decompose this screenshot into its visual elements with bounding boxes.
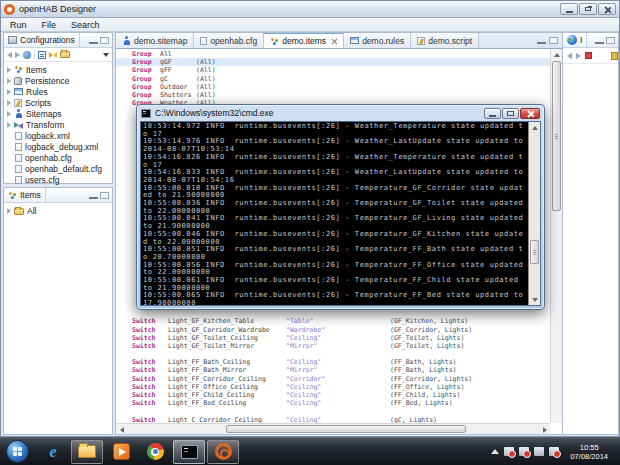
code-line[interactable]: SwitchLight_GF_Toilet_Mirror"Mirror"(GF_…: [116, 342, 562, 350]
minimize-view-icon[interactable]: [537, 41, 546, 44]
scrollbar-thumb[interactable]: [552, 61, 561, 211]
expander-icon[interactable]: [7, 100, 11, 106]
taskbar-item-internet-explorer[interactable]: e: [37, 440, 69, 464]
tree-item-sitemaps[interactable]: Sitemaps: [4, 108, 112, 119]
taskbar-item-chrome[interactable]: [139, 440, 171, 464]
code-line[interactable]: GroupgC(All): [116, 75, 562, 83]
cmd-titlebar[interactable]: C:\Windows\system32\cmd.exe: [137, 105, 544, 121]
close-button[interactable]: [598, 3, 616, 15]
tree-item-items[interactable]: Items: [4, 64, 112, 75]
code-line[interactable]: SwitchLight_GF_Corridor_Wardrobe"Wardrob…: [116, 326, 562, 334]
tree-item-transform[interactable]: Transform: [4, 119, 112, 130]
scrollbar-thumb[interactable]: [226, 425, 466, 433]
code-line[interactable]: SwitchLight_FF_Bed_Ceiling"Ceiling"(FF_B…: [116, 399, 562, 407]
code-line[interactable]: GroupOutdoor(All): [116, 83, 562, 91]
cmd-scrollbar[interactable]: [528, 122, 540, 305]
minimize-view-icon[interactable]: [89, 196, 98, 199]
code-line[interactable]: SwitchLight_GF_Kitchen_Table"Table"(GF_K…: [116, 317, 562, 325]
link-with-editor-icon[interactable]: [49, 51, 57, 59]
minimize-view-icon[interactable]: [595, 41, 604, 44]
tab-demo-sitemap[interactable]: demo.sitemap: [116, 33, 194, 48]
tray-expand-icon[interactable]: [491, 449, 499, 454]
taskbar-item-openhab[interactable]: [207, 440, 239, 464]
stop-icon[interactable]: [585, 52, 592, 59]
code-line[interactable]: [116, 350, 562, 358]
code-line[interactable]: GroupShutters(All): [116, 91, 562, 99]
start-button[interactable]: [6, 440, 29, 463]
code-line[interactable]: SwitchLight_GF_Toilet_Ceiling"Ceiling"(G…: [116, 334, 562, 342]
taskbar-item-media-player[interactable]: [105, 440, 137, 464]
code-line[interactable]: SwitchLight_FF_Office_Ceiling"Ceiling"(F…: [116, 383, 562, 391]
close-tab-icon[interactable]: [331, 38, 337, 44]
volume-muted-icon[interactable]: [549, 447, 559, 456]
code-line[interactable]: [116, 407, 562, 415]
window-titlebar[interactable]: openHAB Designer: [1, 1, 619, 18]
maximize-view-icon[interactable]: [606, 37, 615, 44]
menu-run[interactable]: Run: [10, 20, 27, 30]
tab-demo-items[interactable]: demo.items: [264, 33, 344, 48]
tab-openhab-cfg[interactable]: openhab.cfg: [194, 33, 264, 48]
back-icon[interactable]: [7, 52, 12, 58]
cmd-close-button[interactable]: [520, 108, 540, 119]
cmd-window[interactable]: C:\Windows\system32\cmd.exe 10:53:14.972…: [136, 104, 545, 310]
forward-icon[interactable]: [15, 52, 20, 58]
editor-vertical-scrollbar[interactable]: [550, 49, 562, 423]
code-line[interactable]: SwitchLight_FF_Bath_Mirror"Mirror"(FF_Ba…: [116, 366, 562, 374]
tree-item-logback-xml[interactable]: logback.xml: [4, 130, 112, 141]
network-icon[interactable]: [534, 447, 544, 456]
cmd-maximize-button[interactable]: [502, 108, 519, 119]
network-error-icon[interactable]: [519, 447, 529, 456]
clock[interactable]: 10:55 07/08/2014: [564, 443, 614, 461]
menu-file[interactable]: File: [42, 20, 57, 30]
tab-demo-script[interactable]: demo.script: [411, 33, 479, 48]
code-line[interactable]: SwitchLight_FF_Corridor_Ceiling"Corridor…: [116, 375, 562, 383]
expander-icon[interactable]: [7, 208, 11, 214]
configurations-tab[interactable]: Configurations: [4, 33, 80, 47]
code-line[interactable]: GroupAll: [116, 50, 562, 58]
taskbar-item-explorer[interactable]: [71, 440, 103, 464]
console-output[interactable]: 10:53:14.972 INFO runtime.busevents[:26]…: [141, 122, 528, 305]
menu-search[interactable]: Search: [71, 20, 100, 30]
refresh-icon[interactable]: [611, 52, 618, 60]
action-center-icon[interactable]: [504, 447, 514, 456]
scrollbar-thumb[interactable]: [530, 240, 539, 264]
scroll-up-icon[interactable]: [529, 122, 540, 133]
scroll-down-icon[interactable]: [529, 294, 540, 305]
cmd-minimize-button[interactable]: [484, 108, 501, 119]
browser-forward-icon[interactable]: [576, 53, 581, 59]
expander-icon[interactable]: [7, 89, 11, 95]
maximize-view-icon[interactable]: [549, 37, 558, 44]
code-line[interactable]: SwitchLight_FF_Bath_Ceiling"Ceiling"(FF_…: [116, 358, 562, 366]
minimize-view-icon[interactable]: [89, 41, 98, 44]
scroll-left-icon[interactable]: [116, 424, 127, 435]
minimize-button[interactable]: [560, 3, 578, 15]
browser-back-icon[interactable]: [567, 53, 572, 59]
maximize-view-icon[interactable]: [100, 192, 109, 199]
tree-item-all[interactable]: All: [4, 205, 112, 216]
code-line-highlighted[interactable]: GroupgGF(All): [116, 58, 562, 66]
maximize-view-icon[interactable]: [100, 37, 109, 44]
items-tab[interactable]: Items: [4, 188, 46, 202]
restore-button[interactable]: [579, 3, 597, 15]
tree-item-rules[interactable]: Rules: [4, 86, 112, 97]
collapse-all-icon[interactable]: [38, 51, 46, 59]
expander-icon[interactable]: [7, 78, 11, 84]
tree-item-persistence[interactable]: Persistence: [4, 75, 112, 86]
scroll-right-icon[interactable]: [539, 424, 550, 435]
editor-horizontal-scrollbar[interactable]: [116, 423, 550, 434]
expander-icon[interactable]: [7, 67, 11, 73]
expander-icon[interactable]: [7, 111, 11, 117]
up-icon[interactable]: [23, 51, 31, 59]
folder-icon[interactable]: [60, 51, 70, 58]
tree-item-logback-debug-xml[interactable]: logback_debug.xml: [4, 141, 112, 152]
tree-item-openhab-default-cfg[interactable]: openhab_default.cfg: [4, 163, 112, 174]
tree-item-openhab-cfg[interactable]: openhab.cfg: [4, 152, 112, 163]
taskbar-item-cmd[interactable]: [173, 440, 205, 464]
code-line[interactable]: GroupgFF(All): [116, 66, 562, 74]
code-line[interactable]: SwitchLight_FF_Child_Ceiling"Ceiling"(FF…: [116, 391, 562, 399]
scroll-up-icon[interactable]: [551, 49, 562, 60]
view-menu-icon[interactable]: [103, 53, 109, 57]
tab-demo-rules[interactable]: demo.rules: [344, 33, 411, 48]
tree-item-users-cfg[interactable]: users.cfg: [4, 174, 112, 185]
tree-item-scripts[interactable]: Scripts: [4, 97, 112, 108]
